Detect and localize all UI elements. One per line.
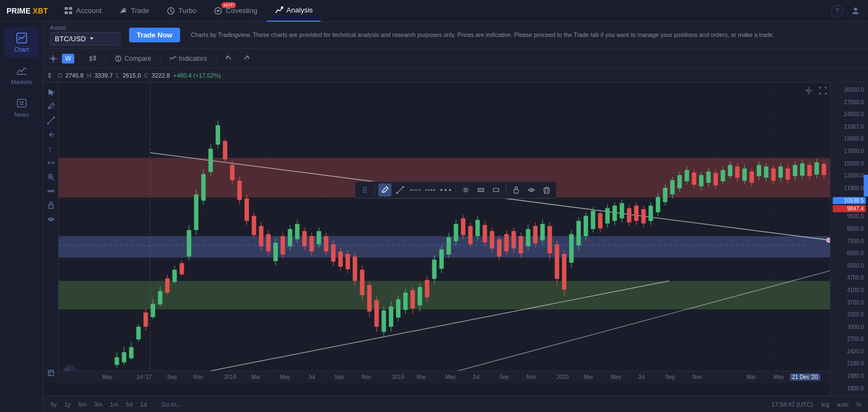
svg-rect-236 [678,175,682,188]
sidebar-item-news[interactable]: News [4,92,39,123]
main-content: Assets BTC/USD Trade Now Charts by Tradi… [43,22,868,412]
tf-3m[interactable]: 3m [92,401,105,408]
svg-rect-116 [245,199,249,221]
draw-dots2-btn[interactable] [439,183,452,197]
bottom-sep [154,401,155,408]
draw-gear-btn[interactable] [459,183,473,197]
draw-dots2-icon [441,186,451,194]
price-3000: 3000.0 [833,324,866,330]
svg-rect-222 [627,208,631,223]
price-highlight-10538: 10538.5 [833,197,866,204]
svg-point-297 [449,189,451,191]
asset-toolbar: Assets BTC/USD Trade Now Charts by Tradi… [43,22,868,49]
draw-rect-stroke-btn[interactable] [490,183,503,197]
back-arrow-tool[interactable] [46,129,56,140]
nav-turbo[interactable]: Turbo [159,0,204,22]
nav-account[interactable]: Account [56,0,109,22]
svg-rect-130 [295,224,299,239]
svg-rect-178 [468,226,473,244]
svg-point-282 [365,189,366,191]
log-btn[interactable]: log [819,401,832,408]
svg-rect-218 [612,206,617,221]
scroll-handle[interactable] [864,175,868,197]
nav-covesting[interactable]: HOT! Covesting [206,0,265,22]
crosshair-tool[interactable] [48,53,59,64]
compare-btn[interactable]: Compare [111,53,154,64]
svg-rect-186 [497,239,501,257]
drawing-tools-panel: T [43,83,59,383]
svg-point-40 [50,218,52,220]
timeframe-W[interactable]: W [62,54,74,64]
grip-icon [362,186,368,194]
help-icon[interactable]: ? [831,5,843,17]
sidebar-item-chart[interactable]: Chart [4,27,39,58]
svg-rect-268 [793,165,797,176]
eye-tool[interactable] [46,214,56,225]
draw-dash-btn[interactable] [409,183,422,197]
chart-area[interactable]: T [43,83,868,396]
draw-eye-btn[interactable] [525,183,538,197]
svg-point-29 [53,117,55,118]
chart-settings-btn[interactable] [803,85,815,97]
draw-eye-icon [528,186,535,194]
draw-rect-fill-btn[interactable] [475,183,488,197]
price-2180: 2180.0 [833,360,866,366]
svg-rect-75 [59,281,830,309]
undo-btn[interactable] [222,53,236,64]
tf-1d[interactable]: 1d [137,401,149,408]
svg-rect-248 [720,170,725,181]
chart-fullscreen-btn[interactable] [817,85,829,97]
svg-rect-1 [69,7,72,10]
fibonacci-tool[interactable] [46,186,56,197]
time-may3: May [611,374,621,380]
open-label: O [58,72,62,79]
draw-line-btn[interactable] [394,183,407,197]
cursor-tool[interactable] [46,87,56,98]
redo-icon [242,55,250,62]
svg-rect-166 [425,280,429,297]
trade-now-button[interactable]: Trade Now [129,28,180,42]
draw-lock-btn[interactable] [510,183,523,197]
draw-pen-btn[interactable] [379,183,392,197]
svg-rect-234 [670,180,674,194]
time-may: May [102,374,112,380]
nav-trade[interactable]: Trade [111,0,156,22]
zoom-tool[interactable] [46,172,56,182]
svg-rect-182 [483,225,487,242]
svg-rect-92 [158,291,162,304]
redo-btn[interactable] [239,53,253,64]
goto-btn[interactable]: Go to... [159,401,184,408]
svg-rect-224 [634,206,639,221]
draw-dots-btn[interactable] [424,183,437,197]
sidebar-chart-label: Chart [14,46,29,53]
template-tool[interactable] [46,367,56,378]
percent-btn[interactable]: % [854,401,864,408]
measure-tool[interactable] [46,157,56,168]
tf-5y[interactable]: 5y [48,401,60,408]
line-tool[interactable] [46,115,56,126]
cursor-icon [47,88,55,96]
draw-trash-btn[interactable] [540,183,553,197]
tf-6m[interactable]: 6m [75,401,89,408]
sidebar-item-markets[interactable]: Markets [4,60,39,90]
tf-1m[interactable]: 1m [107,401,121,408]
text-tool[interactable]: T [46,143,56,154]
svg-rect-120 [259,226,263,246]
user-icon[interactable] [850,5,861,17]
tf-1y[interactable]: 1y [62,401,74,408]
svg-rect-266 [786,168,790,180]
auto-btn[interactable]: auto [835,401,851,408]
svg-point-287 [403,186,404,188]
svg-rect-122 [266,234,271,251]
asset-selector[interactable]: BTC/USD [50,32,120,46]
svg-point-294 [433,189,435,191]
tf-5d[interactable]: 5d [123,401,135,408]
compare-label: Compare [124,55,151,62]
pencil-tool[interactable] [46,101,56,112]
nav-analysis[interactable]: Analysis [267,0,320,22]
indicators-btn[interactable]: Indicators [166,53,210,64]
lock-tool[interactable] [46,200,56,211]
svg-point-281 [363,189,364,191]
svg-point-302 [531,189,533,191]
bar-type-btn[interactable] [86,53,100,64]
